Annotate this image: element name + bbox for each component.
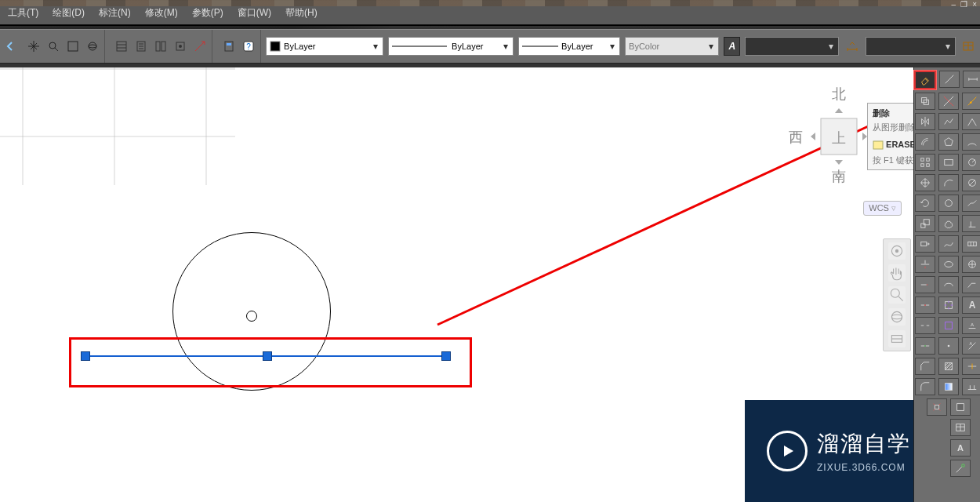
menu-dimension[interactable]: 标注(N) [99,6,131,20]
svg-rect-54 [927,164,930,167]
properties-icon[interactable] [113,38,130,55]
diameter-dim-tool[interactable] [962,174,980,191]
design-center-icon[interactable] [172,38,189,55]
chevron-down-icon: ▾ [706,41,717,52]
navcube-west: 西 [789,129,803,145]
quick-measure-tool[interactable] [962,93,980,110]
insert-block-tool[interactable] [938,296,959,314]
hatch-tool[interactable] [938,358,959,375]
textstyle-combo[interactable]: ▾ [745,37,839,56]
wcs-dropdown[interactable]: WCS ▿ [863,201,902,216]
textstyle-icon[interactable]: A [724,37,740,56]
orbit-nav-icon[interactable] [888,308,906,326]
drawing-area[interactable]: 北 南 西 东 上 WCS ▿ 删除 从图形删除对象 ERASE 按 F1 键获… [0,67,980,502]
scale-tool[interactable] [915,215,935,232]
steering-wheel-icon[interactable] [888,242,906,260]
arc-tool[interactable] [938,174,959,191]
help-icon[interactable]: ? [240,38,257,55]
markup-icon[interactable] [191,38,209,55]
show-motion-icon[interactable] [888,330,906,347]
navcube-top: 上 [832,130,846,146]
calculator-icon[interactable] [220,38,238,55]
make-block-tool[interactable] [938,317,959,334]
ellipse-tool[interactable] [938,256,959,273]
polyline-tool[interactable] [938,113,959,130]
polygon-tool[interactable] [938,133,959,151]
menu-tools[interactable]: 工具(T) [8,6,38,20]
break-at-point-tool[interactable] [915,296,935,314]
sheet-set-icon[interactable] [132,38,150,55]
ellipse-arc-tool[interactable] [938,276,959,293]
trim-tool[interactable] [915,256,935,273]
arc-dim-tool[interactable] [962,133,980,151]
menu-help[interactable]: 帮助(H) [285,6,318,20]
close-icon[interactable]: × [972,0,977,11]
copy-tool[interactable] [915,93,935,110]
offset-tool[interactable] [915,133,935,151]
extend-tool[interactable] [915,276,935,293]
pan-icon[interactable] [25,38,42,55]
lineweight-combo[interactable]: ByLayer ▾ [388,37,514,56]
zoom-icon[interactable] [888,286,906,304]
mleader-tool[interactable] [962,276,980,293]
menu-modify[interactable]: 修改(M) [145,6,178,20]
add-selected-tool[interactable] [950,460,971,477]
restore-icon[interactable]: ❐ [960,0,967,11]
join-tool[interactable] [915,337,935,355]
construction-line-tool[interactable] [938,93,959,110]
rectangle-tool[interactable] [938,154,959,171]
dimstyle-icon[interactable] [844,37,860,56]
orbit-icon[interactable] [84,38,101,55]
fillet-tool[interactable] [915,378,935,395]
svg-point-9 [179,45,182,48]
svg-rect-51 [921,158,924,162]
dim-reassociate-tool[interactable] [962,378,980,395]
break-tool[interactable] [915,317,935,334]
circle-tool[interactable] [938,195,959,212]
measure-tool[interactable] [963,71,980,88]
array-tool[interactable] [915,154,935,171]
menu-window[interactable]: 窗口(W) [238,6,271,20]
mtext-tool[interactable]: A [950,439,971,457]
minimize-icon[interactable]: – [952,0,956,11]
lineweight-label: ByLayer [452,42,483,51]
gradient-tool[interactable] [938,378,959,395]
table-tool[interactable] [950,419,971,436]
revcloud-tool[interactable] [938,215,959,232]
navigation-bar [883,238,911,351]
erase-tool[interactable] [914,71,936,89]
stretch-tool[interactable] [915,235,935,253]
plotstyle-combo[interactable]: ByColor ▾ [625,37,719,56]
svg-point-2 [89,42,96,50]
text-tool-A[interactable]: A [962,296,980,314]
angular-dim-tool[interactable] [962,113,980,130]
arrow-left-icon[interactable] [3,38,17,55]
pan-hand-icon[interactable] [888,264,906,282]
explode-tool[interactable] [927,398,947,416]
linetype-combo[interactable]: ByLayer ▾ [518,37,620,56]
menu-parametric[interactable]: 参数(P) [192,6,223,20]
dimtext-edit-tool[interactable]: A [962,317,980,334]
zoom-window-icon[interactable] [45,38,62,55]
dimstyle-combo[interactable]: ▾ [866,37,956,56]
move-tool[interactable] [915,174,935,191]
dim-angle-edit-tool[interactable]: A [962,337,980,355]
center-mark-tool[interactable] [962,256,980,273]
ordinate-dim-tool[interactable] [962,215,980,232]
jogged-dim-tool[interactable] [962,195,980,212]
layer-color-combo[interactable]: ByLayer ▾ [266,37,383,56]
tool-palette-icon[interactable] [152,38,169,55]
point-tool[interactable] [938,337,959,355]
spline-tool[interactable] [938,235,959,253]
zoom-extents-icon[interactable] [64,38,82,55]
region-tool[interactable] [950,398,971,416]
chamfer-tool[interactable] [915,358,935,375]
table-style-icon[interactable] [960,37,977,56]
tolerance-tool[interactable] [962,235,980,253]
menu-draw[interactable]: 绘图(D) [53,6,85,20]
mirror-tool[interactable] [915,113,935,130]
dimstyle-update-tool[interactable] [962,358,980,375]
radius-dim-tool[interactable] [962,154,980,171]
line-tool[interactable] [939,71,960,88]
rotate-tool[interactable] [915,195,935,212]
